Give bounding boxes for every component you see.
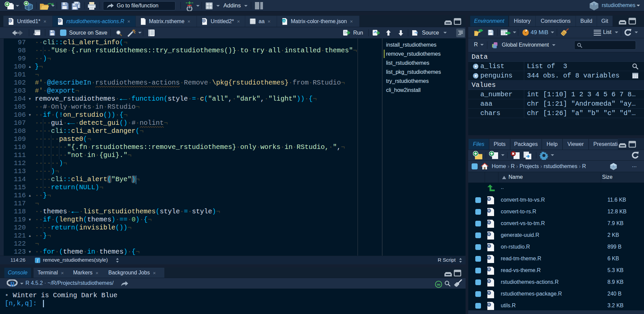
svg-text:R: R <box>10 280 15 287</box>
svg-text:R: R <box>203 18 205 22</box>
svg-text:R: R <box>9 18 12 22</box>
svg-text:R: R <box>58 18 61 22</box>
svg-text:R: R <box>593 2 595 7</box>
svg-text:R: R <box>612 164 615 168</box>
svg-text:JS: JS <box>282 19 285 22</box>
